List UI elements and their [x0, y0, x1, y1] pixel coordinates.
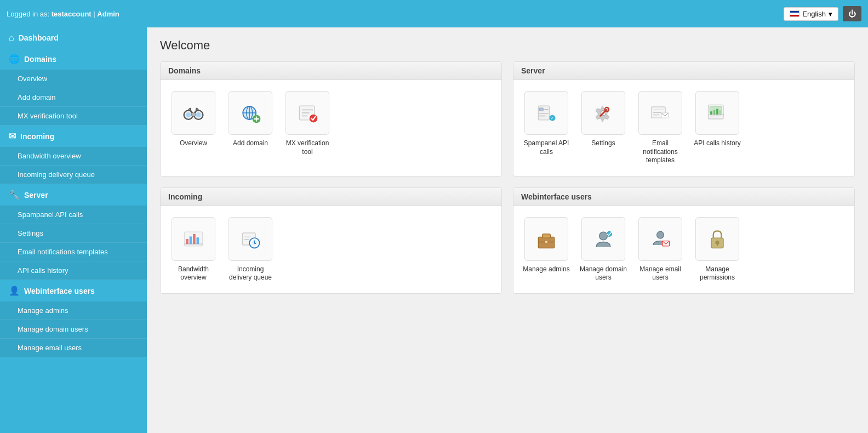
svg-point-61 [657, 231, 664, 238]
lock-icon [705, 227, 729, 251]
domains-section-header: Domains [161, 62, 501, 80]
email-tpl-icon [648, 101, 672, 125]
logout-icon: ⏻ [848, 9, 856, 18]
manage-email-users-icon-box [638, 217, 682, 261]
page-title: Welcome [160, 38, 855, 53]
tile-bandwidth-label: Bandwidth overview [169, 265, 218, 282]
logged-in-label: Logged in as: [7, 10, 52, 18]
mx-verification-icon [295, 101, 319, 125]
sidebar-item-manage-domain-users[interactable]: Manage domain users [0, 320, 147, 339]
sidebar-section-domains[interactable]: 🌐 Domains [0, 48, 147, 70]
tile-manage-domain-users-label: Manage domain users [579, 265, 627, 282]
tile-manage-permissions[interactable]: Manage permissions [693, 217, 741, 282]
tile-manage-email-users[interactable]: Manage email users [636, 217, 684, 282]
sections-row-2: Incoming [160, 187, 855, 294]
svg-rect-58 [545, 241, 548, 243]
tile-bandwidth-overview[interactable]: Bandwidth overview [169, 217, 218, 282]
tile-manage-permissions-label: Manage permissions [693, 265, 741, 282]
mx-verification-icon-box [285, 91, 329, 135]
svg-rect-36 [713, 110, 716, 115]
spampanel-api-icon: ✓ [534, 101, 558, 125]
incoming-section-body: Bandwidth overview [161, 206, 501, 293]
svg-rect-44 [190, 236, 192, 244]
tile-email-notifications-templates[interactable]: Email notifications templates [636, 91, 684, 165]
chevron-down-icon: ▾ [829, 10, 832, 18]
flag-icon [790, 10, 800, 17]
separator: | [93, 10, 95, 18]
sidebar-section-server[interactable]: 🔧 Server [0, 184, 147, 206]
sidebar-item-dashboard[interactable]: ⌂ Dashboard [0, 27, 147, 48]
tile-spampanel-api-calls[interactable]: ✓ Spampanel API calls [522, 91, 570, 165]
email-tpl-icon-box [638, 91, 682, 135]
sidebar-item-spampanel-api-calls[interactable]: Spampanel API calls [0, 206, 147, 224]
sidebar-section-webinterface-users[interactable]: 👤 Webinterface users [0, 280, 147, 301]
sidebar-item-manage-admins[interactable]: Manage admins [0, 301, 147, 320]
tile-add-domain-label: Add domain [233, 139, 268, 148]
add-domain-icon-box [229, 91, 272, 135]
home-icon: ⌂ [9, 33, 14, 43]
domains-section-card: Domains [160, 61, 502, 176]
sidebar-item-manage-email-users[interactable]: Manage email users [0, 339, 147, 357]
tile-incoming-delivery-queue[interactable]: Incoming delivery queue [226, 217, 275, 282]
language-selector[interactable]: English ▾ [784, 7, 838, 21]
sidebar-item-bandwidth-overview[interactable]: Bandwidth overview [0, 147, 147, 166]
tile-add-domain[interactable]: Add domain [226, 91, 275, 156]
sections-row-1: Domains [160, 61, 855, 176]
api-history-icon-box [695, 91, 739, 135]
svg-rect-46 [197, 237, 199, 244]
spampanel-api-icon-box: ✓ [524, 91, 568, 135]
webinterface-users-section-header: Webinterface users [513, 188, 854, 206]
briefcase-icon [534, 227, 558, 251]
sidebar: ⌂ Dashboard 🌐 Domains Overview Add domai… [0, 27, 147, 433]
add-domain-icon [238, 101, 262, 125]
sidebar-item-email-notifications-templates[interactable]: Email notifications templates [0, 243, 147, 261]
sidebar-dashboard-label: Dashboard [19, 33, 59, 42]
overview-icon-box [172, 91, 215, 135]
sidebar-item-settings[interactable]: Settings [0, 224, 147, 243]
domain-user-icon [591, 227, 615, 251]
tile-manage-admins[interactable]: Manage admins [522, 217, 570, 282]
svg-text:✓: ✓ [551, 116, 554, 121]
wrench-icon: 🔧 [9, 190, 20, 200]
svg-rect-18 [539, 108, 543, 111]
tile-delivery-queue-label: Incoming delivery queue [226, 265, 275, 282]
sidebar-section-incoming[interactable]: ✉ Incoming [0, 126, 147, 147]
logout-button[interactable]: ⏻ [843, 6, 861, 21]
tile-manage-domain-users[interactable]: Manage domain users [579, 217, 627, 282]
tile-settings[interactable]: Settings [579, 91, 627, 165]
tile-mx-verification[interactable]: MX verification tool [283, 91, 332, 156]
sidebar-incoming-label: Incoming [20, 132, 54, 141]
tile-mx-verification-label: MX verification tool [283, 139, 332, 156]
sidebar-item-add-domain[interactable]: Add domain [0, 88, 147, 107]
sidebar-item-overview[interactable]: Overview [0, 70, 147, 88]
sidebar-item-api-calls-history[interactable]: API calls history [0, 261, 147, 280]
svg-rect-35 [710, 111, 712, 115]
tile-api-calls-history[interactable]: API calls history [693, 91, 741, 165]
server-section-header: Server [513, 62, 854, 80]
settings-icon-box [581, 91, 625, 135]
svg-rect-43 [186, 239, 189, 244]
svg-rect-38 [719, 110, 722, 114]
sidebar-webinterface-users-label: Webinterface users [24, 287, 95, 295]
webinterface-users-section-card: Webinterface users Manage admins [513, 187, 855, 294]
delivery-queue-icon [238, 227, 262, 251]
globe-icon: 🌐 [9, 54, 20, 64]
domains-section-body: Overview [161, 80, 501, 167]
sidebar-item-incoming-delivery-queue[interactable]: Incoming delivery queue [0, 166, 147, 184]
tile-spampanel-api-label: Spampanel API calls [522, 139, 570, 156]
bandwidth-icon-box [172, 217, 215, 261]
sidebar-item-mx-verification-tool[interactable]: MX verification tool [0, 107, 147, 126]
tile-overview[interactable]: Overview [169, 91, 218, 156]
svg-point-59 [599, 232, 608, 240]
server-section-body: ✓ Spampanel API calls [513, 80, 854, 176]
delivery-queue-icon-box [229, 217, 272, 261]
tile-api-history-label: API calls history [694, 139, 740, 148]
user-icon: 👤 [9, 286, 20, 296]
svg-point-3 [186, 112, 191, 117]
svg-rect-37 [716, 109, 718, 115]
language-label: English [802, 10, 826, 18]
incoming-section-header: Incoming [161, 188, 501, 206]
topbar: Logged in as: testaccount | Admin Englis… [0, 0, 868, 27]
admin-link[interactable]: Admin [97, 10, 119, 18]
settings-icon [591, 101, 615, 125]
